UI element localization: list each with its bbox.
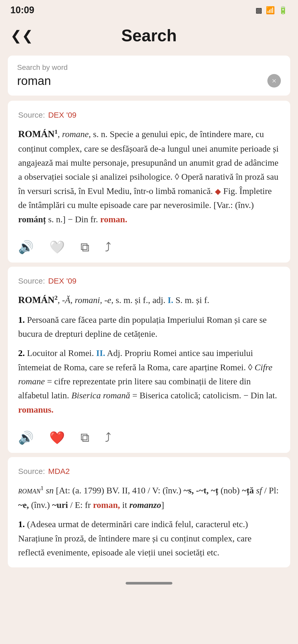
search-value[interactable]: roman (17, 74, 51, 88)
action-row-1: 🔊 🤍 ⧉ ⤴ (18, 236, 280, 255)
page-title: Search (121, 26, 177, 45)
search-box[interactable]: Search by word roman × (8, 56, 290, 96)
volume-icon-1: 🔊 (18, 240, 34, 254)
action-row-2: 🔊 ❤️ ⧉ ⤴ (18, 426, 280, 445)
share-button-1[interactable]: ⤴ (105, 240, 111, 254)
like-button-2[interactable]: ❤️ (49, 431, 65, 445)
entry-headword-2: ROMÁN2 (18, 295, 58, 305)
share-button-2[interactable]: ⤴ (105, 431, 111, 445)
source-label-2: Source: (18, 277, 45, 285)
volume-icon-2: 🔊 (18, 431, 34, 445)
clear-icon: × (272, 77, 276, 85)
status-time: 10:09 (10, 5, 34, 16)
wifi-icon: 📶 (266, 6, 275, 15)
sim-icon: ▩ (255, 6, 262, 15)
back-button[interactable]: ❮❮ (10, 28, 33, 43)
source-name-2[interactable]: DEX '09 (48, 277, 76, 285)
dictionary-card-2: Source: DEX '09 ROMÁN2, -Ă, romani, -e, … (8, 267, 290, 453)
clear-button[interactable]: × (267, 74, 281, 88)
source-row-1: Source: DEX '09 (18, 111, 280, 119)
dictionary-card-3: Source: MDA2 roman1 sn [At: (a. 1799) BV… (8, 457, 290, 567)
status-bar: 10:09 ▩ 📶 🔋 (0, 0, 298, 18)
volume-button-1[interactable]: 🔊 (18, 240, 34, 254)
source-label-1: Source: (18, 111, 45, 119)
copy-button-1[interactable]: ⧉ (80, 240, 89, 255)
copy-icon-1: ⧉ (80, 240, 89, 255)
source-name-1[interactable]: DEX '09 (48, 111, 76, 119)
like-button-1[interactable]: 🤍 (49, 240, 65, 254)
share-icon-2: ⤴ (105, 431, 111, 445)
source-label-3: Source: (18, 467, 45, 476)
copy-icon-2: ⧉ (80, 430, 89, 445)
search-label: Search by word (17, 63, 281, 72)
heart-icon-2: ❤️ (49, 431, 65, 445)
entry-item-2-1: 1. Persoană care făcea parte din populaț… (18, 313, 280, 341)
share-icon-1: ⤴ (105, 240, 111, 254)
entry-headword-1: ROMÁN1 (18, 129, 58, 139)
entry-content-3: roman1 sn [At: (a. 1799) BV. II, 410 / V… (18, 483, 280, 560)
source-row-3: Source: MDA2 (18, 467, 280, 476)
battery-icon: 🔋 (279, 6, 288, 15)
source-row-2: Source: DEX '09 (18, 277, 280, 285)
copy-button-2[interactable]: ⧉ (80, 430, 89, 445)
entry-item-2-2: 2. Locuitor al Romei. II. Adj. Propriu R… (18, 346, 280, 417)
entry-content-1: ROMÁN1, romane, s. n. Specie a genului e… (18, 127, 280, 226)
header: ❮❮ Search (0, 18, 298, 50)
volume-button-2[interactable]: 🔊 (18, 431, 34, 445)
search-input-row: roman × (17, 74, 281, 88)
home-indicator-bar (126, 582, 172, 585)
entry-content-2: ROMÁN2, -Ă, romani, -e, s. m. și f., adj… (18, 293, 280, 417)
status-icons: ▩ 📶 🔋 (255, 6, 288, 15)
entry-item-3-1: 1. (Adesea urmat de determinări care ind… (18, 517, 280, 560)
heart-icon-1: 🤍 (49, 240, 65, 254)
bottom-indicator (0, 572, 298, 592)
dictionary-card-1: Source: DEX '09 ROMÁN1, romane, s. n. Sp… (8, 101, 290, 263)
back-chevron-icon: ❮❮ (10, 28, 33, 43)
source-name-3[interactable]: MDA2 (48, 467, 70, 476)
